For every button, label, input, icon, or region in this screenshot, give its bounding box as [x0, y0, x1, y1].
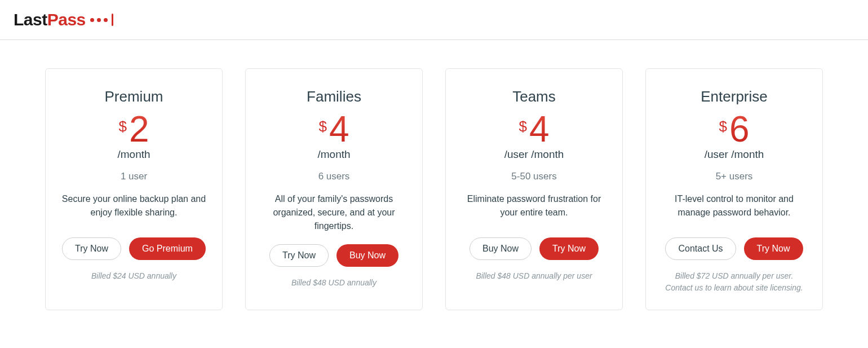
button-row: Buy Now Try Now [460, 237, 608, 260]
plan-card-teams: Teams $ 4 /user /month 5-50 users Elimin… [445, 68, 623, 310]
plan-description: All of your family's passwords organized… [260, 192, 408, 233]
price: $ 2 [60, 111, 207, 147]
price: $ 6 [661, 111, 808, 147]
pricing-cards: Premium $ 2 /month 1 user Secure your on… [0, 40, 868, 333]
plan-name: Families [260, 88, 408, 105]
brand-logo: LastPass [14, 10, 854, 29]
plan-users: 1 user [60, 171, 207, 182]
price-amount: 2 [129, 111, 149, 147]
try-now-button[interactable]: Try Now [62, 237, 121, 260]
billing-note: Billed $24 USD annually [60, 270, 207, 282]
billing-note: Billed $48 USD annually per user [460, 270, 608, 282]
price-period: /month [60, 148, 207, 161]
price-amount: 4 [529, 111, 550, 147]
logo-text-last: Last [14, 10, 47, 29]
price-period: /user /month [661, 148, 808, 161]
logo-dots-icon [90, 14, 113, 26]
logo-text-pass: Pass [47, 10, 86, 29]
price-period: /user /month [460, 148, 608, 161]
billing-note: Billed $72 USD annually per user. Contac… [661, 270, 808, 294]
currency-symbol: $ [719, 118, 727, 135]
contact-us-button[interactable]: Contact Us [665, 237, 736, 260]
plan-card-enterprise: Enterprise $ 6 /user /month 5+ users IT-… [645, 68, 823, 310]
billing-note: Billed $48 USD annually [260, 277, 408, 289]
price: $ 4 [260, 111, 408, 147]
price-amount: 4 [329, 111, 349, 147]
currency-symbol: $ [519, 118, 526, 135]
button-row: Try Now Go Premium [60, 237, 207, 260]
try-now-button[interactable]: Try Now [539, 237, 599, 260]
plan-card-families: Families $ 4 /month 6 users All of your … [245, 68, 423, 310]
plan-name: Premium [60, 88, 207, 105]
try-now-button[interactable]: Try Now [269, 244, 329, 267]
plan-users: 6 users [260, 171, 408, 182]
currency-symbol: $ [118, 118, 126, 135]
button-row: Try Now Buy Now [260, 244, 408, 267]
plan-name: Teams [460, 88, 608, 105]
plan-description: Secure your online backup plan and enjoy… [60, 192, 207, 226]
buy-now-button[interactable]: Buy Now [336, 244, 398, 267]
go-premium-button[interactable]: Go Premium [129, 237, 206, 260]
plan-card-premium: Premium $ 2 /month 1 user Secure your on… [45, 68, 223, 310]
price-period: /month [260, 148, 408, 161]
price: $ 4 [460, 111, 608, 147]
plan-users: 5-50 users [460, 171, 608, 182]
price-amount: 6 [729, 111, 750, 147]
plan-description: Eliminate password frustration for your … [460, 192, 608, 226]
try-now-button[interactable]: Try Now [744, 237, 803, 260]
plan-name: Enterprise [661, 88, 808, 105]
header: LastPass [0, 0, 868, 40]
plan-description: IT-level control to monitor and manage p… [661, 192, 808, 226]
buy-now-button[interactable]: Buy Now [470, 237, 532, 260]
plan-users: 5+ users [661, 171, 808, 182]
currency-symbol: $ [318, 118, 326, 135]
button-row: Contact Us Try Now [661, 237, 808, 260]
